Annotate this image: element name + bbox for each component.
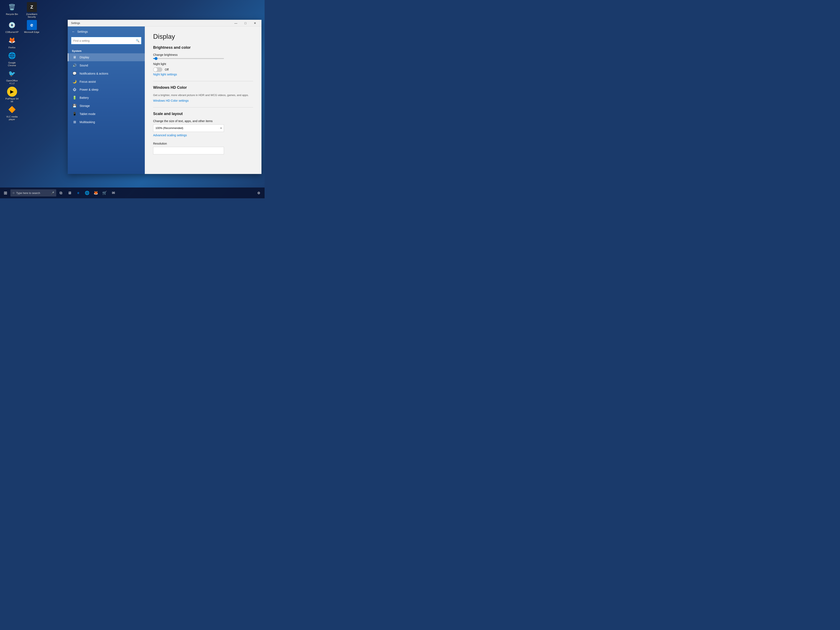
desktop-icon-vlc[interactable]: 🔶 VLC media player bbox=[4, 104, 20, 121]
taskbar-tray: ⚙ bbox=[254, 189, 264, 196]
settings-tray-icon[interactable]: ⚙ bbox=[256, 189, 262, 196]
tablet-mode-icon: 📱 bbox=[73, 112, 77, 116]
brightness-slider[interactable] bbox=[153, 58, 224, 59]
sidebar-item-power-sleep[interactable]: ⏻ Power & sleep bbox=[68, 85, 145, 93]
sidebar: ← Settings 🔍 System 🖥 Display 🔊 Sound bbox=[68, 27, 145, 174]
chevron-down-icon: ▾ bbox=[220, 127, 222, 129]
openoffice-label: OpenOffice 4.1.2 bbox=[4, 79, 20, 85]
taskbar-pin-mail[interactable]: ✉ bbox=[109, 188, 117, 197]
taskbar-pin-firefox[interactable]: 🦊 bbox=[92, 188, 100, 197]
desktop-icon-recycle-bin[interactable]: 🗑️ Recycle Bin bbox=[4, 2, 20, 18]
battery-icon: 🔋 bbox=[73, 96, 77, 99]
taskbar-search-placeholder: Type here to search bbox=[16, 191, 40, 194]
scale-section-heading: Scale and layout bbox=[153, 112, 253, 116]
sidebar-item-notifications[interactable]: 💬 Notifications & actions bbox=[68, 69, 145, 77]
advanced-scaling-link[interactable]: Advanced scaling settings bbox=[153, 134, 253, 137]
hd-color-section-heading: Windows HD Color bbox=[153, 85, 253, 90]
potplayer-icon: ▶ bbox=[7, 87, 17, 97]
start-button[interactable]: ⊞ bbox=[1, 188, 10, 197]
sidebar-item-label-focus-assist: Focus assist bbox=[80, 80, 96, 83]
taskbar-search[interactable]: ○ Type here to search 🎤 bbox=[10, 189, 56, 196]
change-brightness-label: Change brightness bbox=[153, 53, 253, 57]
resolution-dropdown[interactable] bbox=[153, 147, 224, 155]
taskbar-pin-edge[interactable]: e bbox=[74, 188, 82, 197]
sound-icon: 🔊 bbox=[73, 63, 77, 67]
desktop-icon-msedge[interactable]: e Microsoft Edge bbox=[24, 20, 39, 33]
focus-assist-icon: 🌙 bbox=[73, 80, 77, 84]
sidebar-item-label-multitasking: Multitasking bbox=[80, 120, 95, 124]
sidebar-item-display[interactable]: 🖥 Display bbox=[68, 53, 145, 61]
firefox-taskbar-icon: 🦊 bbox=[93, 191, 98, 195]
window-body: ← Settings 🔍 System 🖥 Display 🔊 Sound bbox=[68, 27, 262, 174]
brightness-section-heading: Brightness and color bbox=[153, 46, 253, 50]
firefox-icon: 🦊 bbox=[7, 35, 17, 46]
back-button[interactable]: ← bbox=[72, 30, 75, 33]
potplayer-label: PotPlayer 64 bit bbox=[4, 98, 20, 103]
sidebar-item-multitasking[interactable]: ⊞ Multitasking bbox=[68, 118, 145, 126]
sidebar-section-label: System bbox=[68, 48, 145, 53]
edge-icon: e bbox=[77, 191, 79, 195]
search-input[interactable] bbox=[71, 37, 142, 44]
hd-color-settings-link[interactable]: Windows HD Color settings bbox=[153, 99, 253, 102]
scale-dropdown[interactable]: 100% (Recommended) ▾ bbox=[153, 125, 224, 132]
msedge-icon: e bbox=[27, 20, 37, 30]
desktop-icon-zonealarm[interactable]: Z ZoneAlarm Security bbox=[24, 2, 39, 18]
taskbar-pin-screen[interactable]: 🖥 bbox=[65, 188, 74, 197]
desktop-icon-openoffice[interactable]: 🐦 OpenOffice 4.1.2 bbox=[4, 68, 20, 85]
window-controls: — □ ✕ bbox=[231, 20, 260, 27]
sidebar-item-label-storage: Storage bbox=[80, 104, 90, 107]
night-light-state-label: Off bbox=[165, 68, 169, 71]
sidebar-item-battery[interactable]: 🔋 Battery bbox=[68, 93, 145, 102]
night-light-toggle[interactable] bbox=[153, 67, 162, 72]
sidebar-item-label-battery: Battery bbox=[80, 96, 89, 99]
start-icon: ⊞ bbox=[4, 190, 7, 196]
sidebar-item-label-display: Display bbox=[80, 55, 89, 59]
scale-value: 100% (Recommended) bbox=[155, 126, 183, 129]
power-sleep-icon: ⏻ bbox=[73, 88, 77, 92]
msedge-label: Microsoft Edge bbox=[24, 31, 39, 33]
page-title: Display bbox=[153, 33, 253, 40]
sidebar-item-storage[interactable]: 💾 Storage bbox=[68, 102, 145, 110]
cdburnerxp-icon: 💿 bbox=[7, 20, 17, 30]
desktop-icon-potplayer[interactable]: ▶ PotPlayer 64 bit bbox=[4, 87, 20, 103]
cdburnerxp-label: CDBurnerXP bbox=[5, 31, 19, 33]
desktop-icon-cdburnerxp[interactable]: 💿 CDBurnerXP bbox=[4, 20, 20, 33]
openoffice-icon: 🐦 bbox=[7, 68, 17, 79]
mail-icon: ✉ bbox=[112, 191, 115, 195]
toggle-knob bbox=[153, 68, 157, 71]
maximize-button[interactable]: □ bbox=[241, 20, 250, 27]
taskbar-task-view[interactable]: ⧉ bbox=[57, 188, 65, 197]
zonealarm-icon: Z bbox=[27, 2, 37, 12]
desktop: 🗑️ Recycle Bin Z ZoneAlarm Security 💿 CD… bbox=[0, 0, 265, 198]
divider-1 bbox=[153, 81, 253, 81]
desktop-icon-firefox[interactable]: 🦊 Firefox bbox=[4, 35, 20, 49]
screen-icon: 🖥 bbox=[68, 191, 71, 195]
sidebar-item-label-sound: Sound bbox=[80, 64, 88, 67]
close-button[interactable]: ✕ bbox=[250, 20, 260, 27]
desktop-icon-chrome[interactable]: 🌐 Google Chrome bbox=[4, 51, 20, 67]
minimize-button[interactable]: — bbox=[231, 20, 241, 27]
window-title: Settings bbox=[71, 22, 80, 25]
brightness-slider-container[interactable] bbox=[153, 58, 253, 59]
storage-icon: 💾 bbox=[73, 104, 77, 108]
settings-window: Settings — □ ✕ ← Settings 🔍 System bbox=[68, 20, 262, 174]
display-icon: 🖥 bbox=[73, 55, 77, 59]
recycle-bin-icon: 🗑️ bbox=[7, 2, 17, 12]
multitasking-icon: ⊞ bbox=[73, 120, 77, 124]
chrome-label: Google Chrome bbox=[4, 62, 20, 67]
sidebar-item-tablet-mode[interactable]: 📱 Tablet mode bbox=[68, 110, 145, 118]
recycle-bin-label: Recycle Bin bbox=[6, 13, 18, 16]
night-light-settings-link[interactable]: Night light settings bbox=[153, 73, 253, 76]
sidebar-item-sound[interactable]: 🔊 Sound bbox=[68, 61, 145, 69]
taskbar-pin-chrome[interactable]: 🌐 bbox=[83, 188, 91, 197]
taskbar-pin-store[interactable]: 🛒 bbox=[100, 188, 109, 197]
vlc-label: VLC media player bbox=[4, 115, 20, 121]
taskbar-mic-icon: 🎤 bbox=[51, 191, 54, 194]
hd-color-description: Get a brighter, more vibrant picture in … bbox=[153, 93, 253, 97]
desktop-icons-area: 🗑️ Recycle Bin Z ZoneAlarm Security 💿 CD… bbox=[4, 2, 39, 121]
search-box: 🔍 bbox=[71, 37, 142, 44]
sidebar-item-label-notifications: Notifications & actions bbox=[80, 72, 108, 75]
taskbar-search-circle-icon: ○ bbox=[13, 191, 14, 195]
chrome-taskbar-icon: 🌐 bbox=[85, 191, 89, 195]
sidebar-item-focus-assist[interactable]: 🌙 Focus assist bbox=[68, 77, 145, 85]
